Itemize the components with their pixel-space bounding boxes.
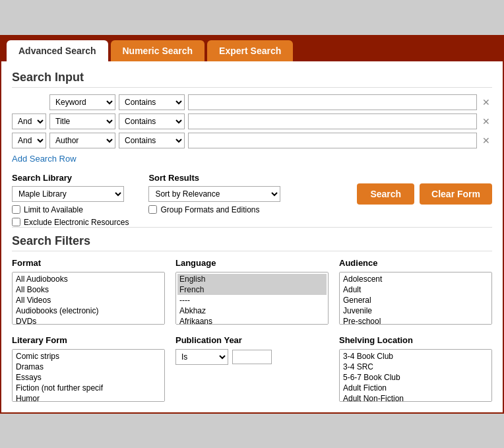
filters-grid: Format All Audiobooks All Books All Vide… [12, 258, 492, 402]
library-label: Search Library [12, 173, 129, 183]
search-filters-title: Search Filters [12, 234, 492, 251]
table-row: And Or Not Keyword Title Author Subject … [12, 113, 492, 129]
sort-group: Sort Results Sort by Relevance Sort by T… [148, 173, 280, 227]
format-filter-group: Format All Audiobooks All Books All Vide… [12, 258, 165, 325]
search-input-title: Search Input [12, 71, 492, 88]
limit-available-row: Limit to Available [12, 205, 129, 214]
exclude-electronic-label: Exclude Electronic Resources [24, 218, 129, 227]
exclude-electronic-checkbox[interactable] [12, 218, 20, 226]
pub-year-input[interactable] [232, 350, 272, 364]
remove-row-3[interactable]: ✕ [480, 136, 492, 145]
tab-numeric-search[interactable]: Numeric Search [111, 40, 205, 61]
shelving-location-listbox[interactable]: 3-4 Book Club 3-4 SRC 5-6-7 Book Club Ad… [339, 349, 492, 402]
format-listbox[interactable]: All Audiobooks All Books All Videos Audi… [12, 272, 165, 325]
shelving-location-label: Shelving Location [339, 335, 492, 345]
publication-year-label: Publication Year [175, 335, 329, 345]
sort-label: Sort Results [148, 173, 280, 183]
tab-expert-search[interactable]: Expert Search [207, 40, 293, 61]
shelving-location-filter-group: Shelving Location 3-4 Book Club 3-4 SRC … [339, 335, 492, 402]
main-content: Search Input Keyword Title Author Subjec… [1, 61, 503, 412]
library-select[interactable]: Maple Library All Libraries Branch 1 Bra… [12, 186, 124, 202]
conjunction-select-2[interactable]: And Or Not [12, 113, 46, 129]
audience-filter-group: Audience Adolescent Adult General Juveni… [339, 258, 492, 325]
field-select-1[interactable]: Keyword Title Author Subject Series Publ… [49, 94, 115, 110]
format-label: Format [12, 258, 165, 268]
language-label: Language [175, 258, 329, 268]
group-formats-label: Group Formats and Editions [160, 205, 259, 214]
operator-select-2[interactable]: Contains Does not contain Starts with En… [119, 113, 185, 129]
exclude-electronic-row: Exclude Electronic Resources [12, 218, 129, 227]
group-formats-checkbox[interactable] [148, 205, 157, 214]
main-window: Advanced Search Numeric Search Expert Se… [0, 35, 504, 414]
remove-row-2[interactable]: ✕ [480, 117, 492, 126]
tab-bar: Advanced Search Numeric Search Expert Se… [1, 36, 503, 61]
language-filter-group: Language English French ---- Abkhaz Afri… [175, 258, 329, 325]
remove-row-1[interactable]: ✕ [480, 98, 492, 107]
field-select-3[interactable]: Keyword Title Author Subject Series Publ… [49, 133, 115, 148]
sort-select[interactable]: Sort by Relevance Sort by Title Sort by … [148, 186, 280, 202]
search-text-1[interactable] [188, 94, 477, 110]
add-search-row-link[interactable]: Add Search Row [12, 154, 77, 164]
limit-available-label: Limit to Available [24, 205, 83, 214]
literary-form-label: Literary Form [12, 335, 165, 345]
language-listbox[interactable]: English French ---- Abkhaz Afrikaans Alb… [175, 272, 329, 325]
search-rows-container: Keyword Title Author Subject Series Publ… [12, 94, 492, 148]
group-formats-row: Group Formats and Editions [148, 205, 280, 214]
field-select-2[interactable]: Keyword Title Author Subject Series Publ… [49, 113, 115, 129]
audience-listbox[interactable]: Adolescent Adult General Juvenile Pre-sc… [339, 272, 492, 325]
pub-year-operator-select[interactable]: Is Before After Between [175, 349, 228, 365]
search-filters-section: Search Filters Format All Audiobooks All… [12, 227, 492, 402]
clear-form-button[interactable]: Clear Form [420, 183, 492, 205]
table-row: Keyword Title Author Subject Series Publ… [12, 94, 492, 110]
publication-year-filter-group: Publication Year Is Before After Between [175, 335, 329, 402]
literary-form-filter-group: Literary Form Comic strips Dramas Essays… [12, 335, 165, 402]
operator-select-1[interactable]: Contains Does not contain Starts with En… [119, 94, 185, 110]
tab-advanced-search[interactable]: Advanced Search [7, 40, 108, 61]
search-text-2[interactable] [188, 113, 477, 129]
literary-form-listbox[interactable]: Comic strips Dramas Essays Fiction (not … [12, 349, 165, 402]
search-controls: Search Library Maple Library All Librari… [12, 173, 492, 227]
action-buttons: Search Clear Form [357, 183, 492, 205]
conjunction-select-3[interactable]: And Or Not [12, 133, 46, 148]
search-text-3[interactable] [188, 133, 477, 148]
search-button[interactable]: Search [357, 183, 414, 205]
table-row: And Or Not Keyword Title Author Subject … [12, 133, 492, 148]
library-group: Search Library Maple Library All Librari… [12, 173, 129, 227]
limit-available-checkbox[interactable] [12, 205, 20, 214]
pub-year-row: Is Before After Between [175, 349, 329, 365]
audience-label: Audience [339, 258, 492, 268]
operator-select-3[interactable]: Contains Does not contain Starts with En… [119, 133, 185, 148]
